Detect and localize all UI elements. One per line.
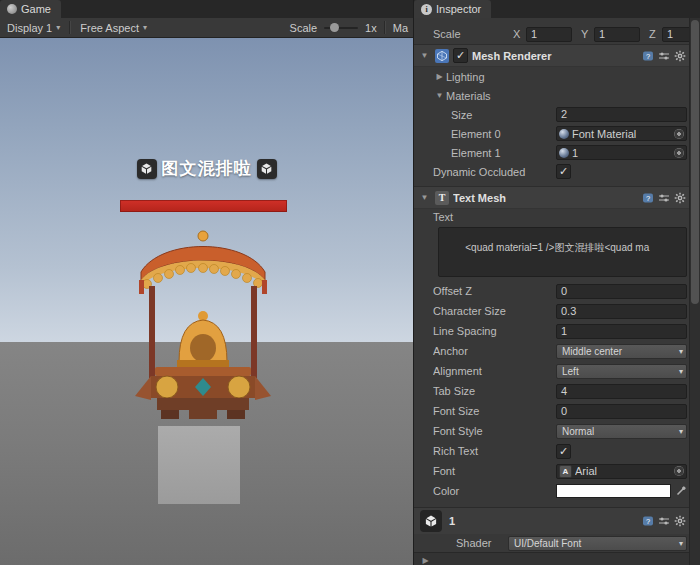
gear-icon[interactable] [674, 50, 686, 62]
element0-object-field[interactable]: Font Material [556, 126, 687, 141]
inspector-tabstrip: i Inspector [414, 0, 700, 18]
font-asset-icon: A [559, 465, 572, 478]
preset-icon[interactable] [658, 192, 670, 204]
font-row: Font A Arial [414, 461, 689, 481]
font-object-field[interactable]: A Arial [556, 464, 687, 479]
materials-size-field[interactable]: 2 [556, 107, 687, 122]
mesh-renderer-enabled-checkbox[interactable]: ✓ [453, 48, 468, 63]
anchor-dropdown[interactable]: Middle center [556, 344, 687, 359]
font-size-row: Font Size 0 [414, 401, 689, 421]
tab-inspector[interactable]: i Inspector [414, 0, 491, 18]
anchor-label: Anchor [433, 345, 556, 357]
font-value: Arial [575, 465, 671, 477]
scale-x-field[interactable]: 1 [526, 27, 572, 42]
scale-y-field[interactable]: 1 [594, 27, 640, 42]
font-style-dropdown[interactable]: Normal [556, 424, 687, 439]
material-sphere-icon [559, 148, 569, 158]
check-icon: ✓ [559, 446, 568, 457]
help-icon[interactable]: ? [642, 515, 654, 527]
object-picker-icon[interactable] [674, 129, 684, 139]
foldout-icon[interactable] [418, 193, 431, 202]
text-property-row: Text [414, 209, 689, 225]
check-icon: ✓ [456, 50, 465, 61]
object-picker-icon[interactable] [674, 466, 684, 476]
header-icons: ? [642, 515, 686, 527]
foldout-icon[interactable] [433, 72, 446, 81]
material-preview-strip [414, 552, 689, 565]
check-icon: ✓ [559, 166, 568, 177]
foldout-icon[interactable] [433, 91, 446, 100]
text-input[interactable]: <quad material=1 />图文混排啦<quad ma [438, 227, 687, 277]
toolbar-separator [69, 21, 71, 34]
scale-property-label: Scale [433, 28, 513, 40]
element0-value: Font Material [572, 128, 671, 140]
color-row: Color [414, 481, 689, 501]
help-icon[interactable]: ? [642, 192, 654, 204]
element1-value: 1 [572, 147, 671, 159]
maximize-on-play-clipped[interactable]: Ma [393, 22, 408, 34]
font-label: Font [433, 465, 556, 477]
font-size-field[interactable]: 0 [556, 404, 687, 419]
lighting-label: Lighting [446, 71, 485, 83]
element1-label: Element 1 [451, 147, 556, 159]
game-view-icon [7, 4, 17, 14]
transform-scale-row: Scale X 1 Y 1 Z 1 [414, 24, 689, 44]
unity-cube-icon [137, 159, 157, 179]
color-label: Color [433, 485, 556, 497]
rich-text-checkbox[interactable]: ✓ [556, 444, 571, 459]
game-viewport[interactable]: 图文混排啦 [0, 38, 413, 565]
aspect-dropdown[interactable]: Free Aspect [78, 22, 149, 34]
preset-icon[interactable] [658, 515, 670, 527]
gray-cube [158, 426, 240, 504]
alignment-label: Alignment [433, 365, 556, 377]
display-dropdown-label: Display 1 [7, 22, 52, 34]
font-style-label: Font Style [433, 425, 556, 437]
dynamic-occluded-label: Dynamic Occluded [433, 166, 556, 178]
offset-z-field[interactable]: 0 [556, 284, 687, 299]
element1-object-field[interactable]: 1 [556, 145, 687, 160]
game-panel: Game Display 1 Free Aspect Scale 1x Ma [0, 0, 414, 565]
display-dropdown[interactable]: Display 1 [5, 22, 62, 34]
game-toolbar: Display 1 Free Aspect Scale 1x Ma [0, 18, 413, 38]
scale-slider-knob[interactable] [330, 23, 339, 32]
dynamic-occluded-row: Dynamic Occluded ✓ [414, 162, 689, 181]
dynamic-occluded-checkbox[interactable]: ✓ [556, 164, 571, 179]
inspector-scrollbar[interactable] [689, 18, 700, 565]
text-mesh-header: T Text Mesh ? [414, 186, 689, 209]
alignment-dropdown[interactable]: Left [556, 364, 687, 379]
materials-label: Materials [446, 90, 491, 102]
gear-icon[interactable] [674, 515, 686, 527]
scrollbar-thumb[interactable] [691, 20, 699, 304]
color-swatch[interactable] [556, 484, 671, 498]
tab-size-label: Tab Size [433, 385, 556, 397]
line-spacing-field[interactable]: 1 [556, 324, 687, 339]
tab-game[interactable]: Game [0, 0, 61, 18]
character-size-field[interactable]: 0.3 [556, 304, 687, 319]
shader-row: Shader UI/Default Font [414, 534, 689, 552]
tab-size-field[interactable]: 4 [556, 384, 687, 399]
font-style-row: Font Style Normal [414, 421, 689, 441]
scene-text: 图文混排啦 [162, 157, 252, 180]
axis-x-label: X [513, 28, 523, 40]
eyedropper-icon[interactable] [675, 485, 687, 497]
shader-label: Shader [456, 537, 508, 549]
text-mesh-icon: T [435, 191, 449, 205]
gear-icon[interactable] [674, 192, 686, 204]
line-spacing-row: Line Spacing 1 [414, 321, 689, 341]
tab-inspector-label: Inspector [436, 3, 481, 15]
help-icon[interactable]: ? [642, 50, 654, 62]
toolbar-separator [384, 21, 386, 34]
object-picker-icon[interactable] [674, 148, 684, 158]
element0-row: Element 0 Font Material [414, 124, 689, 143]
preview-foldout-icon[interactable] [419, 556, 432, 565]
preset-icon[interactable] [658, 50, 670, 62]
scale-slider[interactable] [324, 27, 358, 29]
foldout-icon[interactable] [418, 51, 431, 60]
materials-size-row: Size 2 [414, 105, 689, 124]
inspector-body: Scale X 1 Y 1 Z 1 ✓ Mesh Renderer ? [414, 18, 700, 565]
palanquin-model [127, 228, 279, 430]
character-size-row: Character Size 0.3 [414, 301, 689, 321]
shader-dropdown[interactable]: UI/Default Font [508, 536, 687, 551]
tab-game-label: Game [21, 3, 51, 15]
rich-text-label: Rich Text [433, 445, 556, 457]
